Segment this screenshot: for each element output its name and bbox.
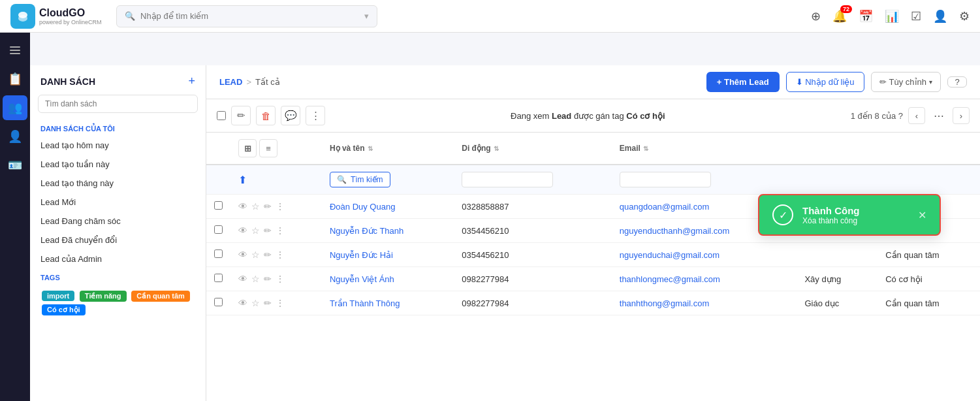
nav-icons: ⊕ 🔔 72 📅 📊 ☑ 👤 ⚙ [811,9,970,24]
row-name-0[interactable]: Đoàn Duy Quang [330,202,395,212]
row-status-3: Có cơ hội [877,267,980,291]
help-button[interactable]: ? [947,76,967,88]
row-view-icon-4[interactable]: 👁 [238,298,247,308]
row-phone-4: 0982277984 [454,291,612,315]
sidebar-item-lead-new[interactable]: Lead Mới [30,193,206,212]
email-filter-input[interactable] [620,172,711,187]
delete-toolbar-icon[interactable]: 🗑 [256,106,276,125]
close-notification-button[interactable]: ✕ [918,209,926,221]
row-more-icon-1[interactable]: ⋮ [276,225,285,236]
row-status-2: Cần quan tâm [877,243,980,267]
list-view-button[interactable]: ≡ [259,139,277,157]
row-email-3[interactable]: thanhlongmec@gmail.com [620,274,720,284]
edit-toolbar-icon[interactable]: ✏ [231,106,251,125]
row-star-icon-4[interactable]: ☆ [251,298,260,308]
sidebar-item-person[interactable]: 👤 [3,124,27,149]
notification-icon[interactable]: 🔔 72 [832,9,847,24]
row-phone-2: 0354456210 [454,243,612,267]
sidebar-header: DANH SÁCH + [30,65,206,95]
sidebar-item-home[interactable] [3,38,27,63]
dropdown-icon[interactable]: ▾ [364,11,369,21]
row-more-icon-2[interactable]: ⋮ [276,249,285,260]
row-view-icon-1[interactable]: 👁 [238,225,247,236]
secondary-sidebar: DANH SÁCH + DANH SÁCH CỦA TÔI Lead tạo h… [30,65,206,401]
svg-rect-3 [10,50,20,51]
row-more-icon-4[interactable]: ⋮ [276,298,285,308]
svg-point-1 [18,15,27,22]
tag-potential[interactable]: Tiềm năng [80,291,127,302]
search-button[interactable]: 🔍 Tìm kiếm [330,172,390,187]
comment-toolbar-icon[interactable]: 💬 [281,106,300,125]
select-all-checkbox[interactable] [217,111,226,120]
next-page-button[interactable]: › [953,107,970,124]
grid-view-button[interactable]: ⊞ [238,139,257,157]
prev-page-button[interactable]: ‹ [908,107,925,124]
row-star-icon-3[interactable]: ☆ [251,274,260,284]
calendar-icon[interactable]: 📅 [859,9,873,24]
import-data-button[interactable]: ⬇ Nhập dữ liệu [786,72,864,92]
row-checkbox-3[interactable] [214,274,223,282]
row-checkbox-1[interactable] [214,225,223,234]
tag-import[interactable]: import [42,291,74,301]
search-bar: 🔍 ▾ [116,5,377,27]
sort-phone-icon[interactable]: ⇅ [494,145,499,152]
row-email-1[interactable]: nguyenducthanh@gmail.com [620,226,730,236]
logo-name: CloudGO [39,7,102,19]
row-category-3: Xây dựng [797,267,877,291]
more-options-button[interactable]: ⋯ [930,107,947,124]
notification-badge: 72 [840,5,852,13]
row-edit-icon-4[interactable]: ✏ [264,298,272,308]
top-navigation: CloudGO powered by OnlineCRM 🔍 ▾ ⊕ 🔔 72 … [0,0,980,33]
customize-button[interactable]: ✏ Tùy chỉnh ▾ [871,72,941,92]
user-icon[interactable]: 👤 [933,9,947,24]
search-input[interactable] [140,11,359,21]
row-edit-icon-2[interactable]: ✏ [264,249,272,260]
tag-need-care[interactable]: Cần quan tâm [131,291,190,302]
sidebar-item-lead-admin[interactable]: Lead của Admin [30,249,206,268]
more-toolbar-icon[interactable]: ⋮ [306,106,325,125]
row-email-2[interactable]: nguyenduchai@gmail.com [620,250,719,260]
sidebar-item-card[interactable]: 🪪 [3,153,27,178]
row-view-icon-2[interactable]: 👁 [238,249,247,260]
row-email-0[interactable]: quangdoan@gmail.com [620,202,710,212]
sidebar-search-input[interactable] [38,95,198,113]
sidebar-item-lead-today[interactable]: Lead tạo hôm nay [30,136,206,155]
row-name-4[interactable]: Trần Thành Thông [330,298,400,308]
sidebar-tags: import Tiềm năng Cần quan tâm Có cơ hội [30,284,206,322]
sidebar-item-lead-month[interactable]: Lead tạo tháng này [30,174,206,193]
add-icon[interactable]: ⊕ [811,9,821,24]
row-checkbox-2[interactable] [214,249,223,258]
sort-email-icon[interactable]: ⇅ [643,145,648,152]
task-icon[interactable]: ☑ [911,9,921,24]
row-edit-icon-0[interactable]: ✏ [264,201,272,212]
row-view-icon-0[interactable]: 👁 [238,201,247,212]
success-check-icon: ✓ [772,204,793,225]
row-email-4[interactable]: thanhthong@gmail.com [620,298,710,308]
tag-opportunity[interactable]: Có cơ hội [42,304,86,315]
row-star-icon-2[interactable]: ☆ [251,249,260,260]
settings-icon[interactable]: ⚙ [959,9,970,24]
add-lead-button[interactable]: + Thêm Lead [706,72,780,92]
sidebar-item-lead-week[interactable]: Lead tạo tuần này [30,155,206,174]
phone-filter-input[interactable] [462,172,553,187]
row-star-icon-1[interactable]: ☆ [251,225,260,236]
row-view-icon-3[interactable]: 👁 [238,274,247,284]
sidebar-item-reports[interactable]: 📋 [3,67,27,91]
row-checkbox-4[interactable] [214,298,223,306]
sidebar-item-lead-caring[interactable]: Lead Đang chăm sóc [30,212,206,231]
row-edit-icon-3[interactable]: ✏ [264,274,272,284]
row-name-3[interactable]: Nguyễn Việt Ánh [330,274,394,284]
breadcrumb-lead[interactable]: LEAD [219,77,242,87]
row-checkbox-0[interactable] [214,201,223,210]
row-edit-icon-1[interactable]: ✏ [264,225,272,236]
chart-icon[interactable]: 📊 [885,9,899,24]
row-more-icon-0[interactable]: ⋮ [276,201,285,212]
sidebar-add-button[interactable]: + [188,74,195,88]
sidebar-item-lead-converted[interactable]: Lead Đã chuyển đổi [30,231,206,249]
sort-name-icon[interactable]: ⇅ [368,145,373,152]
row-star-icon-0[interactable]: ☆ [251,201,260,212]
row-more-icon-3[interactable]: ⋮ [276,274,285,284]
sidebar-item-contacts[interactable]: 👥 [3,95,27,120]
row-name-2[interactable]: Nguyễn Đức Hải [330,250,393,260]
row-name-1[interactable]: Nguyễn Đức Thanh [330,226,403,236]
